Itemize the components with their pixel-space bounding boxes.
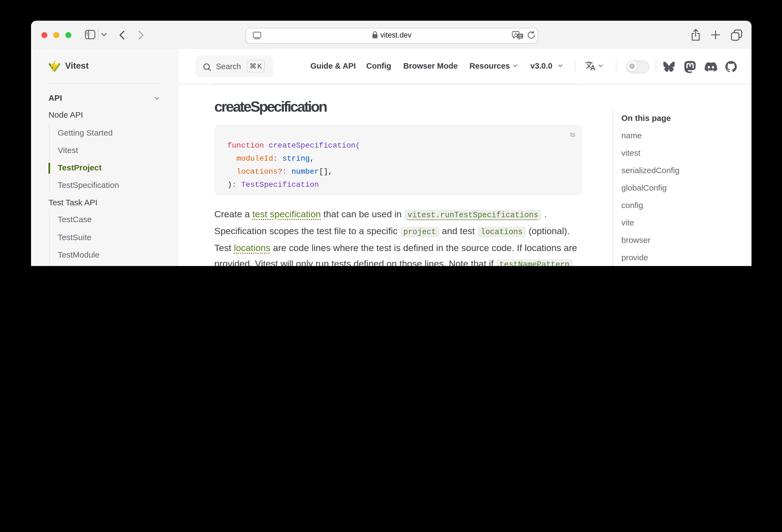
svg-text:文: 文 [518, 34, 522, 38]
